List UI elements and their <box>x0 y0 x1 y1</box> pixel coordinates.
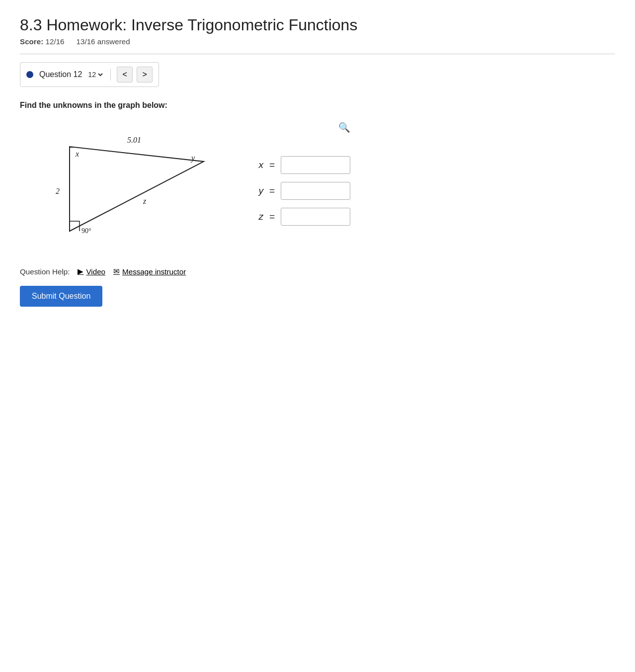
y-label: y <box>248 185 263 196</box>
nav-separator <box>110 69 111 81</box>
x-angle-label: x <box>75 150 79 158</box>
x-answer-input[interactable] <box>281 156 350 174</box>
z-label: z <box>248 211 263 222</box>
left-side-label: 2 <box>56 187 60 195</box>
content-area: 5.01 x y 2 z 90° 🔍 x = y <box>20 122 615 251</box>
top-label: 5.01 <box>127 136 141 144</box>
z-equals: = <box>269 211 275 222</box>
video-label: Video <box>86 267 105 276</box>
question-help: Question Help: ▶ Video ✉ Message instruc… <box>20 267 615 276</box>
submit-button[interactable]: Submit Question <box>20 286 102 307</box>
triangle-diagram: 5.01 x y 2 z 90° <box>20 122 229 251</box>
y-angle-label: y <box>190 154 195 163</box>
y-answer-input[interactable] <box>281 182 350 200</box>
divider <box>20 54 615 54</box>
score-label: Score: 12/16 <box>20 37 65 46</box>
z-answer-input[interactable] <box>281 208 350 226</box>
page-title: 8.3 Homework: Inverse Trigonometric Func… <box>20 16 615 34</box>
mail-icon: ✉ <box>113 267 120 276</box>
video-link[interactable]: ▶ Video <box>78 267 105 276</box>
search-icon: 🔍 <box>338 122 350 133</box>
question-label: Question 12 <box>39 70 82 79</box>
message-instructor-link[interactable]: ✉ Message instructor <box>113 267 186 276</box>
z-input-row: z = <box>248 208 350 226</box>
question-instruction: Find the unknowns in the graph below: <box>20 101 615 110</box>
x-label: x <box>248 160 263 170</box>
message-label: Message instructor <box>122 267 186 276</box>
next-button[interactable]: > <box>137 67 153 83</box>
question-dot <box>26 71 33 78</box>
play-icon: ▶ <box>78 267 83 276</box>
question-dropdown[interactable]: 12 <box>86 70 104 79</box>
answered-label: 13/16 answered <box>77 37 130 46</box>
question-nav: Question 12 12 < > <box>20 62 159 87</box>
z-side-label: z <box>143 197 147 205</box>
bottom-angle-label: 90° <box>81 227 91 235</box>
x-equals: = <box>269 160 275 170</box>
help-label: Question Help: <box>20 267 70 276</box>
prev-button[interactable]: < <box>117 67 133 83</box>
inputs-area: x = y = z = <box>248 156 350 226</box>
y-input-row: y = <box>248 182 350 200</box>
search-icon-area: 🔍 <box>248 122 350 133</box>
svg-marker-0 <box>70 147 204 231</box>
x-input-row: x = <box>248 156 350 174</box>
y-equals: = <box>269 185 275 196</box>
